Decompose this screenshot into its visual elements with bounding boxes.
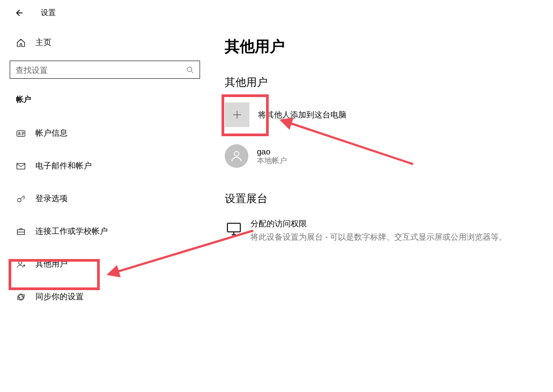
add-user-button[interactable]: 将其他人添加到这台电脑 bbox=[225, 102, 535, 127]
person-icon bbox=[230, 149, 244, 163]
id-card-icon bbox=[16, 129, 26, 138]
user-row[interactable]: gao 本地帐户 bbox=[225, 144, 535, 168]
sidebar-item-account-info[interactable]: 帐户信息 bbox=[10, 121, 197, 146]
plus-icon bbox=[231, 109, 243, 121]
user-info: gao 本地帐户 bbox=[257, 147, 287, 166]
key-icon bbox=[16, 194, 26, 204]
kiosk-info: 分配的访问权限 将此设备设置为展台 - 可以是数字标牌、交互式显示屏或公用浏览器… bbox=[250, 219, 507, 243]
kiosk-desc: 将此设备设置为展台 - 可以是数字标牌、交互式显示屏或公用浏览器等。 bbox=[250, 231, 507, 243]
sidebar-item-signin-options[interactable]: 登录选项 bbox=[10, 186, 197, 211]
envelope-icon bbox=[16, 161, 26, 171]
svg-line-1 bbox=[191, 71, 193, 73]
kiosk-assigned-access[interactable]: 分配的访问权限 将此设备设置为展台 - 可以是数字标牌、交互式显示屏或公用浏览器… bbox=[225, 219, 535, 243]
sidebar-item-label: 帐户信息 bbox=[35, 128, 68, 138]
header-bar: 设置 bbox=[0, 0, 553, 26]
window-title: 设置 bbox=[41, 8, 56, 18]
main-content: 其他用户 其他用户 将其他人添加到这台电脑 gao 本地帐户 bbox=[207, 26, 553, 392]
search-icon bbox=[186, 65, 194, 74]
section-heading-other-users: 其他用户 bbox=[225, 75, 535, 90]
svg-point-3 bbox=[19, 132, 20, 134]
sidebar-item-work-school[interactable]: 连接工作或学校帐户 bbox=[10, 219, 197, 244]
sidebar-item-label: 电子邮件和帐户 bbox=[35, 161, 92, 171]
sidebar-item-label: 登录选项 bbox=[35, 194, 68, 204]
svg-point-11 bbox=[19, 261, 22, 264]
arrow-left-icon bbox=[14, 8, 24, 18]
sidebar-item-other-users[interactable]: 其他用户 bbox=[10, 252, 197, 277]
sidebar-section-label: 帐户 bbox=[10, 95, 197, 105]
page-title: 其他用户 bbox=[225, 36, 535, 57]
monitor-icon bbox=[225, 220, 243, 238]
sidebar-item-email-accounts[interactable]: 电子邮件和帐户 bbox=[10, 153, 197, 179]
user-type: 本地帐户 bbox=[257, 156, 287, 166]
sidebar: 主页 帐户 帐户信息 电子邮件和帐户 登录选项 bbox=[0, 26, 207, 392]
sidebar-item-label: 同步你的设置 bbox=[35, 292, 84, 302]
home-icon bbox=[16, 38, 26, 48]
user-name: gao bbox=[257, 147, 287, 156]
svg-point-0 bbox=[187, 66, 191, 71]
sidebar-home-button[interactable]: 主页 bbox=[10, 32, 197, 53]
person-add-icon bbox=[16, 260, 26, 269]
svg-point-16 bbox=[234, 151, 239, 156]
search-box[interactable] bbox=[10, 61, 200, 79]
section-heading-kiosk: 设置展台 bbox=[225, 191, 535, 206]
add-user-label: 将其他人添加到这台电脑 bbox=[258, 110, 346, 120]
add-user-tile bbox=[225, 102, 249, 127]
briefcase-icon bbox=[16, 227, 26, 236]
svg-rect-17 bbox=[227, 223, 240, 232]
sidebar-home-label: 主页 bbox=[35, 38, 51, 48]
avatar bbox=[225, 144, 248, 168]
sidebar-item-label: 其他用户 bbox=[35, 259, 68, 269]
kiosk-title: 分配的访问权限 bbox=[250, 219, 507, 229]
sync-icon bbox=[16, 292, 26, 302]
sidebar-item-label: 连接工作或学校帐户 bbox=[35, 226, 108, 236]
search-input[interactable] bbox=[16, 65, 186, 75]
back-button[interactable] bbox=[13, 6, 26, 19]
sidebar-item-sync-settings[interactable]: 同步你的设置 bbox=[10, 284, 197, 309]
svg-rect-7 bbox=[17, 163, 25, 169]
